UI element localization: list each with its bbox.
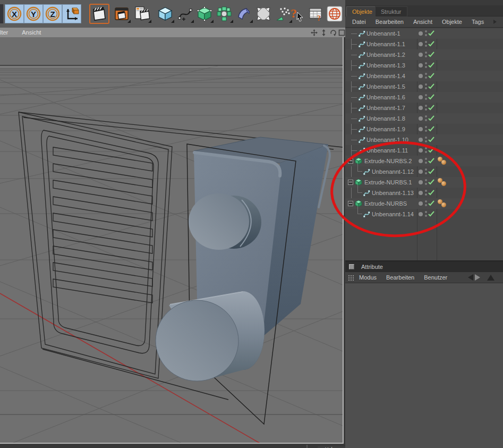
object-row[interactable]: Unbenannt-1.5 — [345, 81, 503, 92]
editor-visibility-dot[interactable] — [425, 41, 427, 43]
object-name[interactable]: Unbenannt-1.8 — [366, 115, 405, 122]
menu-item-datei[interactable]: Datei — [352, 19, 366, 25]
object-name[interactable]: Unbenannt-1.12 — [372, 168, 414, 175]
editor-visibility-dot[interactable] — [425, 30, 427, 32]
render-visibility-dot[interactable] — [425, 215, 427, 217]
editor-visibility-dot[interactable] — [425, 94, 427, 96]
layer-dot-icon[interactable] — [419, 138, 423, 142]
enabled-toggle[interactable] — [428, 190, 434, 197]
enabled-toggle[interactable] — [428, 211, 434, 218]
magnify-scene-button[interactable] — [254, 4, 273, 23]
object-name[interactable]: Unbenannt-1.3 — [366, 62, 405, 69]
render-visibility-dot[interactable] — [425, 108, 427, 111]
object-name[interactable]: Unbenannt-1.5 — [366, 83, 405, 90]
add-primitive-button[interactable] — [156, 4, 175, 23]
drag-handle-icon[interactable] — [348, 275, 355, 281]
enabled-toggle[interactable] — [428, 147, 434, 154]
enabled-toggle[interactable] — [428, 126, 434, 133]
menu-item-bearbeiten[interactable]: Bearbeiten — [386, 274, 414, 281]
render-visibility-dot[interactable] — [425, 172, 427, 174]
layer-dot-icon[interactable] — [419, 159, 423, 163]
layer-dot-icon[interactable] — [419, 116, 423, 121]
render-visibility-dot[interactable] — [425, 34, 427, 36]
menu-item-tags[interactable]: Tags — [472, 19, 484, 25]
tree-collapse-toggle[interactable] — [348, 158, 353, 164]
enabled-toggle[interactable] — [428, 83, 434, 90]
enabled-toggle[interactable] — [428, 41, 434, 48]
editor-visibility-dot[interactable] — [425, 211, 427, 213]
tree-collapse-toggle[interactable] — [348, 201, 353, 206]
history-back-arrow-icon[interactable] — [468, 274, 473, 281]
object-row[interactable]: Unbenannt-1.11 — [345, 145, 503, 156]
object-name[interactable]: Unbenannt-1.4 — [366, 73, 405, 79]
layer-dot-icon[interactable] — [419, 191, 423, 195]
menu-item-benutzer[interactable]: Benutzer — [424, 274, 447, 281]
object-row[interactable]: Extrude-NURBS.1 — [345, 177, 503, 188]
enabled-toggle[interactable] — [428, 168, 434, 175]
render-visibility-dot[interactable] — [425, 204, 427, 206]
enabled-toggle[interactable] — [428, 115, 434, 122]
object-row[interactable]: Unbenannt-1.14 — [345, 209, 503, 219]
editor-visibility-dot[interactable] — [425, 62, 427, 64]
layer-dot-icon[interactable] — [419, 31, 423, 36]
phong-tag-icon[interactable] — [438, 178, 448, 187]
layer-dot-icon[interactable] — [419, 53, 423, 57]
object-name[interactable]: Unbenannt-1.13 — [372, 190, 414, 196]
context-help-button[interactable]: ? — [287, 4, 306, 23]
add-spline-button[interactable] — [175, 4, 194, 23]
menu-item-ansicht[interactable]: Ansicht — [413, 19, 432, 25]
layer-dot-icon[interactable] — [419, 84, 423, 89]
upper-knob[interactable] — [189, 193, 261, 250]
render-visibility-dot[interactable] — [425, 45, 427, 47]
object-row[interactable]: Extrude-NURBS.2 — [345, 156, 503, 166]
layer-dot-icon[interactable] — [419, 95, 423, 99]
layer-dot-icon[interactable] — [419, 63, 423, 67]
render-visibility-dot[interactable] — [425, 87, 427, 89]
object-name[interactable]: Unbenannt-1.14 — [372, 211, 414, 217]
render-visibility-dot[interactable] — [425, 66, 427, 68]
object-row[interactable]: Unbenannt-1.7 — [345, 103, 503, 113]
object-row[interactable]: Unbenannt-1.3 — [345, 60, 503, 71]
menu-overflow-arrow-icon[interactable] — [493, 20, 497, 24]
enabled-toggle[interactable] — [428, 73, 434, 80]
phong-tag-icon[interactable] — [438, 157, 448, 165]
object-row[interactable]: Unbenannt-1.6 — [345, 92, 503, 103]
object-row[interactable]: Unbenannt-1 — [345, 28, 503, 39]
editor-visibility-dot[interactable] — [425, 115, 427, 117]
object-name[interactable]: Unbenannt-1.1 — [366, 41, 405, 47]
lower-knob[interactable] — [156, 291, 265, 381]
editor-visibility-dot[interactable] — [425, 137, 427, 139]
add-modeling-object-button[interactable] — [215, 4, 234, 23]
object-name[interactable]: Extrude-NURBS — [364, 200, 407, 207]
editor-visibility-dot[interactable] — [425, 105, 427, 107]
enabled-toggle[interactable] — [428, 179, 434, 186]
viewport-canvas[interactable] — [0, 37, 343, 443]
enabled-toggle[interactable] — [428, 137, 434, 143]
enabled-toggle[interactable] — [428, 200, 434, 207]
object-row[interactable]: Unbenannt-1.2 — [345, 49, 503, 60]
layer-dot-icon[interactable] — [419, 106, 423, 110]
editor-visibility-dot[interactable] — [425, 73, 427, 75]
enabled-toggle[interactable] — [428, 94, 434, 101]
enabled-toggle[interactable] — [428, 158, 434, 165]
render-visibility-dot[interactable] — [425, 55, 427, 57]
add-nurbs-button[interactable] — [195, 4, 214, 23]
layer-dot-icon[interactable] — [419, 127, 423, 131]
menu-item-bearbeiten[interactable]: Bearbeiten — [376, 19, 404, 25]
enabled-toggle[interactable] — [428, 62, 434, 69]
layer-dot-icon[interactable] — [419, 74, 423, 78]
tree-collapse-toggle[interactable] — [348, 180, 353, 185]
editor-visibility-dot[interactable] — [425, 168, 427, 171]
online-help-button[interactable] — [326, 4, 344, 23]
tab-struktur[interactable]: Struktur — [375, 6, 407, 16]
add-deformer-button[interactable] — [234, 4, 253, 23]
tab-objekte[interactable]: Objekte — [346, 6, 378, 16]
viewport-3d[interactable] — [0, 37, 344, 444]
render-visibility-dot[interactable] — [425, 130, 427, 132]
axis-lock-z-button[interactable]: Z — [43, 4, 62, 23]
editor-visibility-dot[interactable] — [425, 190, 427, 192]
object-row[interactable]: Unbenannt-1.12 — [345, 166, 503, 177]
editor-visibility-dot[interactable] — [425, 179, 427, 181]
viewport-menu-filter[interactable]: lter — [0, 29, 8, 36]
history-forward-arrow-icon[interactable] — [475, 274, 480, 281]
